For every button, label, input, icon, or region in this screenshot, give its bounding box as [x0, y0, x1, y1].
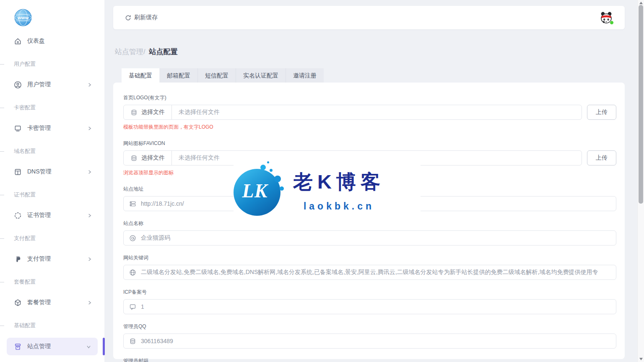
site-name-value: 企业猫源码 [141, 234, 170, 242]
basic-config-panel: 首页LOGO(有文字) 选择文件 未选择任何文件 上传 模板功能替换里面的页面，… [113, 83, 625, 359]
logo-bubble-dot [260, 165, 266, 170]
field-label-site-name: 站点名称 [123, 220, 616, 227]
keywords-value: 二级域名分发站,免费二级域名,免费域名,DNS解析网,域名分发系统,已备案域名,… [141, 269, 598, 276]
archive-box-icon [14, 343, 22, 351]
home-logo-hint: 模板功能替换里面的页面，有文字LOGO [123, 124, 616, 131]
sidebar-group-plan-config: 套餐配置 [0, 278, 104, 286]
sidebar-item-site-management[interactable]: 站点管理 [7, 338, 98, 355]
field-label-admin-email: 管理员邮箱 [123, 357, 616, 362]
admin-qq-value: 3061163489 [141, 338, 173, 344]
sidebar-item-label: 证书管理 [27, 212, 51, 219]
globe-icon [129, 269, 136, 276]
field-label-keywords: 网站关键词 [123, 254, 616, 261]
site-url-value: http://18.71jc.cn/ [141, 200, 184, 207]
field-label-admin-qq: 管理员QQ [123, 323, 616, 330]
sidebar-group-base-config: 基础配置 [0, 322, 104, 329]
sidebar-group-domain-config: 域名配置 [0, 147, 104, 155]
lk-logo-text: LK [234, 180, 276, 202]
active-indicator-bar [103, 338, 105, 355]
chevron-right-icon [87, 170, 92, 174]
choose-file-label: 选择文件 [141, 109, 165, 116]
choose-file-label: 选择文件 [141, 154, 165, 162]
watermark-text: 老K博客 laokbk.cn [293, 169, 385, 212]
sidebar-item-label: 站点管理 [27, 343, 51, 350]
message-bubble-icon [129, 303, 136, 310]
upload-logo-button[interactable]: 上传 [587, 105, 616, 120]
chevron-right-icon [87, 257, 92, 261]
sidebar-active-row: 站点管理 [0, 338, 104, 355]
admin-qq-input[interactable]: 3061163489 [123, 334, 616, 349]
laokbk-watermark: LK 老K博客 laokbk.cn [234, 162, 421, 219]
lk-logo-icon: LK [234, 169, 280, 216]
sidebar-group-cardkey-config: 卡密配置 [0, 104, 104, 111]
upload-favicon-button[interactable]: 上传 [587, 150, 616, 165]
no-file-selected-text: 未选择任何文件 [172, 109, 226, 116]
sidebar-item-dns-management[interactable]: DNS管理 [0, 163, 104, 180]
chevron-right-icon [87, 83, 92, 87]
sidebar-item-label: 卡密管理 [27, 124, 51, 132]
sidebar-item-dashboard[interactable]: 仪表盘 [0, 33, 104, 49]
chevron-right-icon [87, 213, 92, 218]
keywords-input[interactable]: 二级域名分发站,免费二级域名,免费域名,DNS解析网,域名分发系统,已备案域名,… [123, 265, 616, 280]
paypal-icon [14, 255, 22, 263]
sidebar-group-user-config: 用户配置 [0, 60, 104, 68]
sidebar-item-cardkey-management[interactable]: 卡密管理 [0, 120, 104, 137]
scrollbar-thumb[interactable] [639, 5, 643, 204]
settings-tabs: 基础配置 邮箱配置 短信配置 实名认证配置 邀请注册 [122, 68, 637, 83]
chevron-right-icon [87, 300, 92, 305]
sidebar-item-label: 支付管理 [27, 255, 51, 263]
choose-file-button[interactable]: 选择文件 [124, 105, 172, 119]
scroll-up-arrow-icon[interactable] [639, 2, 643, 4]
logo-bubble-dot [280, 186, 284, 191]
sidebar-item-user-management[interactable]: 用户管理 [0, 76, 104, 93]
refresh-cache-label: 刷新缓存 [134, 14, 158, 21]
breadcrumb-parent[interactable]: 站点管理/ [115, 48, 145, 56]
user-avatar[interactable] [600, 11, 613, 24]
sidebar-item-plan-management[interactable]: 套餐管理 [0, 294, 104, 311]
field-label-icp: ICP备案号 [123, 289, 616, 296]
tab-invite-register[interactable]: 邀请注册 [286, 68, 324, 83]
online-status-dot [610, 21, 614, 25]
site-name-input[interactable]: 企业猫源码 [123, 230, 616, 246]
topbar-card: 刷新缓存 [113, 6, 625, 29]
at-sign-icon [129, 235, 136, 242]
refresh-cache-button[interactable]: 刷新缓存 [125, 14, 158, 21]
app-logo-globe-icon[interactable]: WWW [14, 8, 32, 27]
icp-input[interactable]: 1 [123, 299, 616, 314]
tab-basic-config[interactable]: 基础配置 [122, 68, 160, 83]
sidebar: WWW 仪表盘 用户配置 用户管理 卡密配置 卡密管理 域名配置 DNS管理 证… [0, 0, 105, 362]
no-file-selected-text: 未选择任何文件 [172, 154, 226, 162]
tab-sms-config[interactable]: 短信配置 [198, 68, 236, 83]
sidebar-item-payment-management[interactable]: 支付管理 [0, 251, 104, 267]
sidebar-item-cert-management[interactable]: 证书管理 [0, 207, 104, 224]
scroll-down-arrow-icon[interactable] [639, 358, 643, 360]
chevron-right-icon [87, 126, 92, 131]
sidebar-item-label: DNS管理 [27, 168, 52, 176]
home-logo-file-row: 选择文件 未选择任何文件 上传 [123, 105, 616, 120]
chevron-expanded-icon [86, 344, 91, 349]
tab-email-config[interactable]: 邮箱配置 [160, 68, 198, 83]
home-icon [14, 37, 22, 45]
sidebar-group-cert-config: 证书配置 [0, 191, 104, 199]
vertical-scrollbar[interactable] [637, 0, 644, 362]
database-icon [130, 155, 138, 162]
user-circle-icon [14, 81, 22, 89]
breadcrumb-current: 站点配置 [149, 48, 177, 56]
watermark-domain: laokbk.cn [293, 201, 385, 212]
sidebar-item-label: 用户管理 [27, 81, 51, 88]
database-icon [130, 109, 138, 116]
sidebar-item-label: 套餐管理 [27, 299, 51, 306]
field-label-home-logo: 首页LOGO(有文字) [123, 94, 616, 101]
tab-realname-config[interactable]: 实名认证配置 [236, 68, 286, 83]
home-logo-file-input[interactable]: 选择文件 未选择任何文件 [123, 105, 582, 120]
server-icon [129, 200, 136, 207]
sidebar-item-label: 仪表盘 [27, 37, 45, 45]
watermark-title: 老K博客 [293, 169, 385, 195]
database-icon [129, 338, 136, 345]
certificate-badge-icon [14, 212, 22, 220]
field-label-favicon: 网站图标FAVICON [123, 140, 616, 147]
dns-panel-icon [14, 168, 22, 176]
logo-bubble-dot [267, 161, 269, 163]
package-box-icon [14, 299, 22, 307]
choose-file-button[interactable]: 选择文件 [124, 151, 172, 165]
